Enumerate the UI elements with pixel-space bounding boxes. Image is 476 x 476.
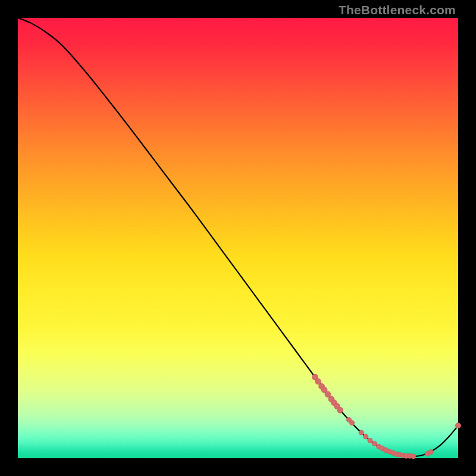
scatter-point [368, 438, 372, 443]
scatter-point [411, 454, 415, 459]
scatter-point [428, 449, 433, 454]
scatter-point [359, 430, 364, 435]
chart-svg [18, 18, 458, 458]
watermark-text: TheBottleneck.com [339, 4, 456, 16]
plot-area [18, 18, 458, 458]
scatter-point [363, 434, 368, 439]
scatter-point [455, 423, 461, 428]
scatter-point [349, 421, 354, 425]
scatter-point [372, 441, 377, 446]
chart-stage: TheBottleneck.com [0, 0, 476, 476]
scatter-point [337, 407, 343, 413]
bottleneck-curve [18, 18, 458, 456]
